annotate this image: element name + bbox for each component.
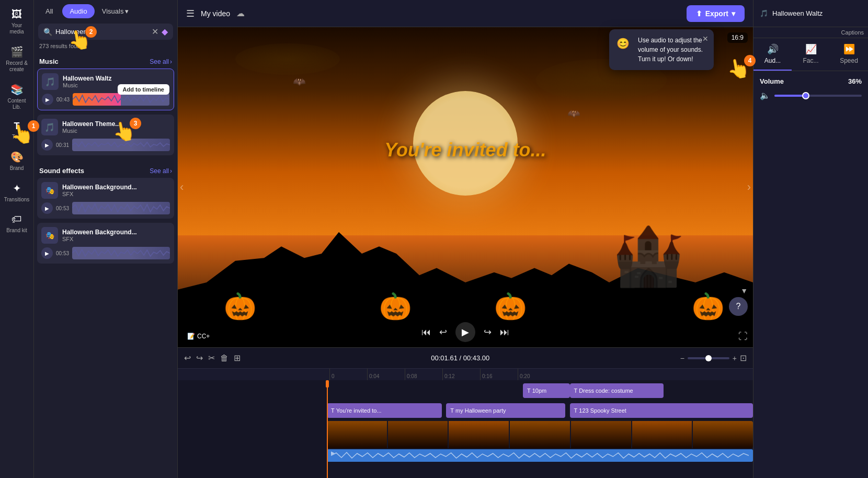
audio-clip-start: ▶ [331, 450, 335, 456]
sidebar-item-brand[interactable]: 🎨 Brand [2, 146, 32, 176]
cut-btn[interactable]: ✂ [208, 353, 215, 363]
track-row-video [178, 421, 753, 448]
track-label-video [178, 421, 327, 448]
zoom-in-btn[interactable]: + [733, 354, 737, 362]
magnet-btn[interactable]: ⊞ [234, 353, 241, 363]
cloud-icon: ☁ [236, 8, 245, 18]
record-icon: 🎬 [10, 45, 24, 58]
video-controls: ⏮ ↩ ▶ ↪ ⏭ [421, 322, 509, 342]
video-title[interactable]: My video [201, 9, 230, 18]
notification-text: Use audio to adjust the volume of your s… [638, 36, 706, 64]
sidebar-item-your-media[interactable]: 🖼 Your media [2, 4, 32, 39]
timeline-time: 00:01.61 / 00:43.00 [246, 354, 675, 362]
volume-value: 36% [848, 77, 862, 85]
video-clip-row[interactable] [327, 421, 753, 448]
sidebar-item-transitions[interactable]: ✦ Transitions [2, 178, 32, 207]
top-bar: ☰ My video ☁ ⬆ Export ▾ [178, 0, 753, 27]
volume-mute-icon[interactable]: 🔈 [760, 90, 770, 100]
volume-slider[interactable] [774, 95, 862, 97]
your-media-icon: 🖼 [12, 8, 22, 20]
next-nav-btn[interactable]: › [747, 180, 751, 194]
sidebar-item-text[interactable]: T Text [2, 117, 32, 144]
clip-spooky-street[interactable]: T 123 Spooky Street [570, 403, 753, 418]
theme-play-btn[interactable]: ▶ [41, 139, 53, 151]
zoom-controls: − + ⊡ [680, 353, 747, 363]
notification-tooltip: ✕ 😊 Use audio to adjust the volume of yo… [609, 29, 714, 70]
redo-btn[interactable]: ↪ [196, 353, 203, 363]
tab-audio[interactable]: Audio [62, 4, 94, 18]
track-label-audio [178, 449, 327, 462]
music-section-header: Music See all › [37, 53, 174, 69]
rewind-btn[interactable]: ↩ [439, 326, 447, 338]
expand-panel-btn[interactable]: ▼ [740, 287, 748, 295]
ruler-8: 0:08 [405, 369, 442, 380]
tab-visuals[interactable]: Visuals ▾ [97, 4, 134, 18]
sidebar-label-text: Text [12, 134, 21, 140]
hamburger-menu[interactable]: ☰ [186, 8, 195, 19]
theme-waveform [72, 139, 170, 151]
sidebar-label-your-media: Your media [4, 22, 30, 35]
search-panel: All Audio Visuals ▾ 🔍 Halloween ✕ ◆ 273 … [34, 0, 178, 478]
sidebar-item-content-library[interactable]: 📚 ContentLib. [2, 79, 32, 115]
clip-halloween-party-label: my Halloween party [455, 407, 506, 414]
undo-btn[interactable]: ↩ [184, 353, 191, 363]
main-content: ☰ My video ☁ ⬆ Export ▾ You're invited t [178, 0, 753, 478]
clear-search-icon[interactable]: ✕ [152, 27, 158, 37]
delete-btn[interactable]: 🗑 [220, 354, 229, 363]
clip-dress-code[interactable]: T Dress code: costume [570, 383, 664, 398]
tab-audio-settings[interactable]: 🔊 Aud... [753, 38, 792, 71]
video-thumb-2 [388, 421, 448, 448]
zoom-out-btn[interactable]: − [680, 354, 684, 362]
search-input[interactable]: Halloween [55, 28, 149, 36]
clip-10pm[interactable]: T 10pm [523, 383, 570, 398]
playhead-marker [326, 380, 329, 388]
video-thumb-7 [693, 421, 753, 448]
track-label-text-main [178, 401, 327, 420]
tab-speed-settings[interactable]: ⏩ Speed [830, 38, 868, 71]
music-item-theme[interactable]: 🎵 Halloween Theme... Music ▶ 00:31 [37, 115, 174, 155]
sfx-2-play-btn[interactable]: ▶ [41, 247, 53, 259]
help-btn[interactable]: ? [729, 297, 748, 316]
waltz-type: Music [63, 82, 112, 88]
sfx-1-play-btn[interactable]: ▶ [41, 202, 53, 214]
notification-close-btn[interactable]: ✕ [702, 33, 709, 44]
clip-invited[interactable]: T You're invited to... [327, 403, 442, 418]
play-pause-btn[interactable]: ▶ [455, 322, 475, 342]
forward-btn[interactable]: ↪ [484, 326, 492, 338]
video-thumb-3 [449, 421, 509, 448]
sidebar-item-record[interactable]: 🎬 Record &create [2, 41, 32, 77]
prev-nav-btn[interactable]: ‹ [180, 180, 184, 194]
audio-clip[interactable]: ▶ [327, 449, 753, 462]
clip-halloween-party[interactable]: T my Halloween party [446, 403, 565, 418]
pumpkin-3: 🎃 [494, 291, 527, 322]
fullscreen-btn[interactable]: ⛶ [738, 331, 748, 342]
tab-all[interactable]: All [38, 4, 60, 18]
aspect-ratio-badge: 16:9 [727, 32, 748, 43]
export-button[interactable]: ⬆ Export ▾ [687, 5, 745, 22]
zoom-fit-btn[interactable]: ⊡ [740, 353, 747, 363]
sfx-item-1[interactable]: 🎭 Halloween Background... SFX ▶ 00:53 [37, 178, 174, 219]
cc-button[interactable]: 📝 CC+ [183, 331, 214, 342]
music-item-waltz[interactable]: 🎵 Halloween Waltz Music ▶ 00:43 Add [37, 69, 174, 110]
search-results: Music See all › 🎵 Halloween Waltz Music … [34, 53, 177, 478]
tab-fade-settings[interactable]: 📈 Fac... [792, 38, 830, 71]
video-thumb-1 [327, 421, 387, 448]
audio-tab-icon: 🔊 [767, 43, 779, 55]
sfx-see-all[interactable]: See all › [150, 167, 172, 175]
sidebar-item-brand-kit[interactable]: 🏷 Brand kit [2, 209, 32, 238]
zoom-slider[interactable] [688, 357, 729, 359]
transitions-icon: ✦ [13, 182, 21, 195]
waltz-play-btn[interactable]: ▶ [42, 94, 53, 105]
skip-forward-btn[interactable]: ⏭ [500, 327, 509, 338]
captions-label: Captions [841, 29, 864, 36]
add-to-timeline-btn[interactable]: Add to timeline [118, 84, 169, 95]
right-panel: 🎵 Halloween Waltz Captions 🔊 Aud... 📈 Fa… [753, 0, 868, 478]
export-icon: ⬆ [696, 9, 702, 18]
music-see-all[interactable]: See all › [150, 58, 172, 65]
fade-tab-icon: 📈 [805, 43, 817, 55]
sfx-item-2[interactable]: 🎭 Halloween Background... SFX ▶ 00:53 [37, 223, 174, 264]
pumpkin-4: 🎃 [692, 291, 724, 322]
skip-back-btn[interactable]: ⏮ [421, 327, 431, 338]
waltz-controls: ▶ 00:43 [42, 93, 169, 106]
ruler-12: 0:12 [442, 369, 480, 380]
